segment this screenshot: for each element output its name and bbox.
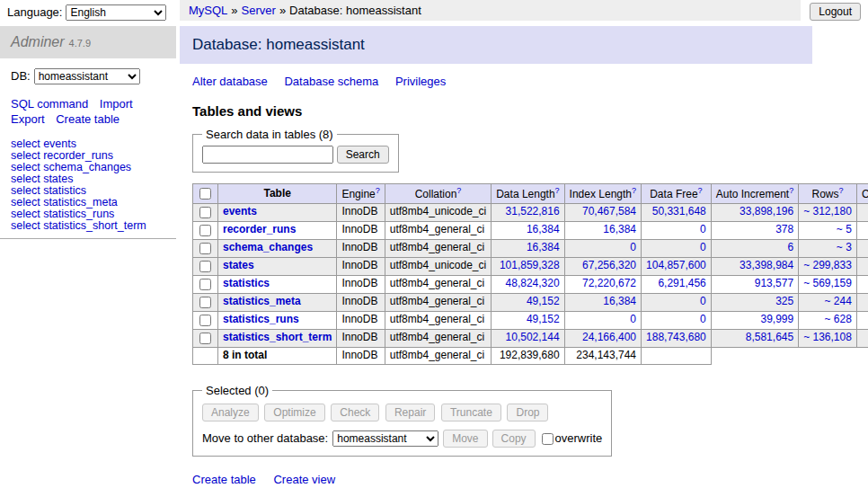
sidebar-table-name-link[interactable]: statistics_meta <box>43 196 118 209</box>
move-button[interactable]: Move <box>443 430 487 448</box>
breadcrumb-server-link[interactable]: Server <box>242 4 276 17</box>
sidebar-table-name-link[interactable]: statistics_short_term <box>43 219 146 232</box>
sql-command-link[interactable]: SQL command <box>11 97 88 111</box>
privileges-link[interactable]: Privileges <box>395 75 446 88</box>
table-name-link[interactable]: states <box>223 259 254 271</box>
index-length-link[interactable]: 70,467,584 <box>582 205 636 217</box>
table-name-link[interactable]: statistics_short_term <box>223 331 332 343</box>
row-select-checkbox[interactable] <box>199 243 211 254</box>
table-name-link[interactable]: statistics_meta <box>223 295 301 307</box>
data-free-link[interactable]: 0 <box>700 223 706 235</box>
rows-count-link[interactable]: ~ 299,833 <box>803 259 852 271</box>
export-link[interactable]: Export <box>11 112 45 126</box>
index-length-link[interactable]: 0 <box>630 313 636 325</box>
data-free-help-link[interactable]: ? <box>698 186 703 195</box>
breadcrumb-mysql-link[interactable]: MySQL <box>189 4 227 17</box>
rows-count-link[interactable]: ~ 5 <box>837 223 852 235</box>
index-length-link[interactable]: 72,220,672 <box>582 277 636 289</box>
sidebar-table-name-link[interactable]: events <box>43 138 76 150</box>
index-length-link[interactable]: 0 <box>630 241 636 253</box>
auto-increment-link[interactable]: 378 <box>775 223 793 235</box>
search-input[interactable] <box>202 146 333 164</box>
auto-increment-link[interactable]: 33,898,196 <box>740 205 793 217</box>
table-name-link[interactable]: recorder_runs <box>223 223 296 235</box>
select-action-link[interactable]: select <box>11 184 40 197</box>
drop-button[interactable]: Drop <box>507 404 548 421</box>
table-name-link[interactable]: events <box>223 205 257 217</box>
select-action-link[interactable]: select <box>11 208 40 220</box>
index-length-link[interactable]: 24,166,400 <box>582 331 636 343</box>
rows-help-link[interactable]: ? <box>839 186 844 195</box>
data-length-link[interactable]: 101,859,328 <box>500 259 560 271</box>
sidebar-table-name-link[interactable]: recorder_runs <box>43 149 113 162</box>
data-free-link[interactable]: 188,743,680 <box>646 331 706 343</box>
index-length-link[interactable]: 16,384 <box>603 295 636 307</box>
data-length-link[interactable]: 49,152 <box>527 295 560 307</box>
language-select[interactable]: English <box>66 4 166 21</box>
select-action-link[interactable]: select <box>11 196 40 209</box>
data-length-link[interactable]: 10,502,144 <box>506 331 560 343</box>
db-select[interactable]: homeassistant <box>34 68 140 84</box>
data-free-link[interactable]: 0 <box>700 241 706 253</box>
select-action-link[interactable]: select <box>11 161 40 173</box>
check-button[interactable]: Check <box>331 404 379 421</box>
auto-increment-link[interactable]: 913,577 <box>755 277 793 289</box>
collation-help-link[interactable]: ? <box>456 186 461 195</box>
data-free-link[interactable]: 0 <box>700 295 706 307</box>
analyze-button[interactable]: Analyze <box>202 404 259 421</box>
data-length-link[interactable]: 49,152 <box>527 313 560 325</box>
index-length-link[interactable]: 16,384 <box>603 223 636 235</box>
index-length-link[interactable]: 67,256,320 <box>582 259 636 271</box>
rows-count-link[interactable]: ~ 136,108 <box>803 331 852 343</box>
data-length-link[interactable]: 48,824,320 <box>506 277 560 289</box>
select-action-link[interactable]: select <box>11 138 40 150</box>
search-button[interactable]: Search <box>337 146 389 164</box>
rows-count-link[interactable]: ~ 244 <box>825 295 852 307</box>
index-length-help-link[interactable]: ? <box>632 186 636 195</box>
sidebar-table-name-link[interactable]: statistics_runs <box>43 208 114 220</box>
rows-count-link[interactable]: ~ 569,159 <box>803 277 852 289</box>
auto-increment-link[interactable]: 33,398,984 <box>740 259 793 271</box>
row-select-checkbox[interactable] <box>199 333 211 344</box>
data-length-link[interactable]: 16,384 <box>527 223 560 235</box>
rows-count-link[interactable]: ~ 3 <box>837 241 852 253</box>
table-name-link[interactable]: statistics <box>223 277 270 289</box>
logout-button[interactable]: Logout <box>810 3 861 21</box>
overwrite-checkbox[interactable] <box>542 433 554 445</box>
data-free-link[interactable]: 0 <box>700 313 706 325</box>
truncate-button[interactable]: Truncate <box>441 404 501 421</box>
auto-increment-link[interactable]: 8,581,645 <box>746 331 793 343</box>
create-view-link[interactable]: Create view <box>273 473 335 486</box>
row-select-checkbox[interactable] <box>199 279 211 290</box>
auto-increment-link[interactable]: 39,999 <box>760 313 793 325</box>
sidebar-table-name-link[interactable]: statistics <box>43 184 86 197</box>
row-select-checkbox[interactable] <box>199 315 211 326</box>
data-free-link[interactable]: 50,331,648 <box>652 205 706 217</box>
select-action-link[interactable]: select <box>11 173 40 185</box>
row-select-checkbox[interactable] <box>199 225 211 236</box>
rows-count-link[interactable]: ~ 628 <box>825 313 852 325</box>
sidebar-table-name-link[interactable]: schema_changes <box>43 161 131 173</box>
table-name-link[interactable]: schema_changes <box>223 241 313 253</box>
copy-button[interactable]: Copy <box>492 430 536 448</box>
alter-database-link[interactable]: Alter database <box>192 75 268 88</box>
select-action-link[interactable]: select <box>11 219 40 232</box>
table-name-link[interactable]: statistics_runs <box>223 313 299 325</box>
data-free-link[interactable]: 104,857,600 <box>646 259 706 271</box>
move-database-select[interactable]: homeassistant <box>332 430 438 447</box>
create-table-link[interactable]: Create table <box>192 473 256 486</box>
row-select-checkbox[interactable] <box>199 207 211 218</box>
import-link[interactable]: Import <box>100 97 133 111</box>
data-free-link[interactable]: 6,291,456 <box>658 277 705 289</box>
data-length-link[interactable]: 16,384 <box>527 241 560 253</box>
row-select-checkbox[interactable] <box>199 297 211 308</box>
database-schema-link[interactable]: Database schema <box>284 75 378 88</box>
adminer-logo[interactable]: Adminer <box>11 34 65 49</box>
rows-count-link[interactable]: ~ 312,180 <box>803 205 852 217</box>
data-length-link[interactable]: 31,522,816 <box>506 205 560 217</box>
create-table-link-sidebar[interactable]: Create table <box>56 112 120 126</box>
data-length-help-link[interactable]: ? <box>555 186 560 195</box>
engine-help-link[interactable]: ? <box>376 186 380 195</box>
select-action-link[interactable]: select <box>11 149 40 162</box>
optimize-button[interactable]: Optimize <box>264 404 324 421</box>
